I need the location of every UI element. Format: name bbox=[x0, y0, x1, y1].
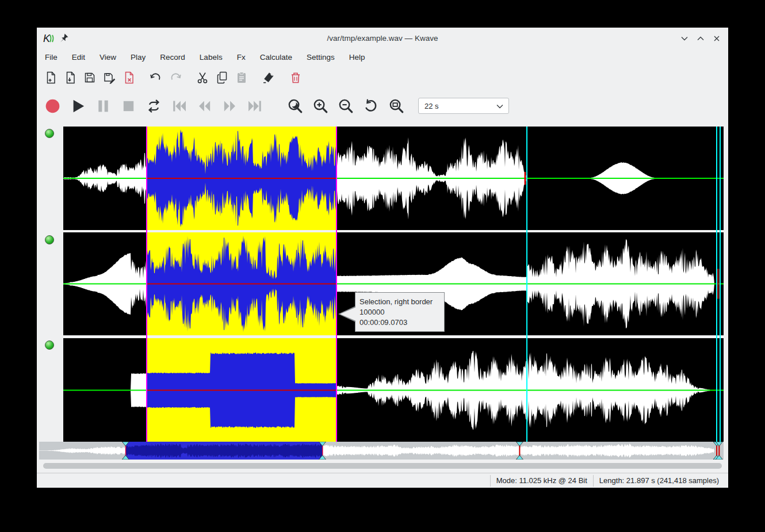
status-mode: Mode: 11.025 kHz @ 24 Bit bbox=[490, 475, 593, 487]
zoom-combo-value: 22 s bbox=[424, 102, 439, 110]
loop-icon bbox=[146, 98, 162, 114]
skip-forward-button[interactable] bbox=[247, 98, 263, 114]
label-line-3[interactable] bbox=[720, 127, 721, 442]
redo-button[interactable] bbox=[169, 71, 182, 85]
eraser-icon bbox=[262, 71, 276, 85]
menu-play[interactable]: Play bbox=[126, 51, 150, 63]
skip-forward-icon bbox=[247, 98, 263, 114]
save-file-as-button[interactable] bbox=[102, 71, 116, 85]
chevron-down-icon bbox=[496, 104, 503, 109]
minimize-button[interactable] bbox=[678, 32, 691, 45]
selection-left-border[interactable] bbox=[146, 127, 147, 442]
tooltip-time: 00:00:09.0703 bbox=[359, 317, 440, 328]
menu-edit[interactable]: Edit bbox=[67, 51, 90, 63]
undo-icon bbox=[149, 71, 163, 85]
menu-help[interactable]: Help bbox=[345, 51, 370, 63]
zoom-in-icon bbox=[312, 98, 329, 114]
pause-icon bbox=[95, 98, 112, 114]
zoom-out-icon bbox=[338, 98, 354, 114]
kwave-window: K /var/tmp/example.wav — Kwave FileEditV… bbox=[37, 28, 728, 488]
zoom-all-button[interactable] bbox=[388, 98, 405, 114]
stop-button[interactable] bbox=[120, 98, 137, 114]
titlebar: K /var/tmp/example.wav — Kwave bbox=[37, 28, 728, 49]
window-title: /var/tmp/example.wav — Kwave bbox=[37, 28, 728, 49]
signal-view bbox=[63, 127, 724, 442]
delete-icon bbox=[289, 71, 303, 85]
selection-right-border[interactable] bbox=[336, 127, 337, 442]
seek-backward-icon bbox=[196, 98, 213, 114]
track-3-view[interactable] bbox=[63, 338, 724, 442]
seek-forward-button[interactable] bbox=[221, 98, 238, 114]
label-line-1[interactable] bbox=[526, 127, 527, 442]
save-file-as-icon bbox=[102, 71, 116, 85]
open-file-button[interactable] bbox=[63, 71, 77, 85]
skip-backward-icon bbox=[171, 98, 188, 114]
zoom-revert-icon bbox=[363, 98, 380, 114]
status-length: Length: 21.897 s (241,418 samples) bbox=[593, 475, 725, 487]
overview-bar[interactable] bbox=[39, 442, 724, 460]
track-1-view[interactable] bbox=[63, 127, 724, 230]
maximize-button[interactable] bbox=[694, 32, 707, 45]
menu-fx[interactable]: Fx bbox=[232, 51, 250, 63]
record-button[interactable] bbox=[44, 98, 61, 114]
paste-button[interactable] bbox=[235, 71, 248, 85]
statusbar: Mode: 11.025 kHz @ 24 Bit Length: 21.897… bbox=[37, 473, 728, 488]
open-file-icon bbox=[63, 71, 77, 85]
eraser-button[interactable] bbox=[262, 71, 276, 85]
copy-icon bbox=[215, 71, 229, 85]
track-3-enable-led[interactable] bbox=[45, 340, 54, 350]
menu-view[interactable]: View bbox=[95, 51, 121, 63]
menu-calculate[interactable]: Calculate bbox=[255, 51, 297, 63]
zoom-all-icon bbox=[388, 98, 405, 114]
playback-toolbar: 22 s bbox=[37, 91, 728, 121]
zoom-revert-button[interactable] bbox=[363, 98, 380, 114]
close-file-icon bbox=[122, 71, 136, 85]
file-toolbar bbox=[37, 64, 728, 91]
cut-button[interactable] bbox=[196, 71, 209, 85]
save-file-button[interactable] bbox=[83, 71, 97, 85]
tooltip-title: Selection, right border bbox=[359, 297, 440, 307]
zoom-in-button[interactable] bbox=[312, 98, 329, 114]
selection-tooltip: Selection, right border 100000 00:00:09.… bbox=[355, 292, 445, 332]
new-file-icon bbox=[44, 71, 58, 85]
copy-button[interactable] bbox=[215, 71, 229, 85]
seek-backward-button[interactable] bbox=[196, 98, 213, 114]
zoom-selection-icon bbox=[287, 98, 304, 114]
skip-backward-button[interactable] bbox=[171, 98, 188, 114]
zoom-out-button[interactable] bbox=[338, 98, 354, 114]
close-file-button[interactable] bbox=[122, 71, 136, 85]
close-button[interactable] bbox=[710, 32, 724, 45]
menu-file[interactable]: File bbox=[40, 51, 62, 63]
tooltip-sample: 100000 bbox=[359, 307, 440, 317]
desktop-background: K /var/tmp/example.wav — Kwave FileEditV… bbox=[0, 0, 765, 532]
save-file-icon bbox=[83, 71, 97, 85]
menu-labels[interactable]: Labels bbox=[195, 51, 227, 63]
menu-record[interactable]: Record bbox=[155, 51, 190, 63]
loop-button[interactable] bbox=[146, 98, 162, 114]
play-button[interactable] bbox=[70, 98, 86, 114]
label-line-2[interactable] bbox=[716, 127, 717, 442]
seek-forward-icon bbox=[221, 98, 238, 114]
menubar: FileEditViewPlayRecordLabelsFxCalculateS… bbox=[37, 49, 728, 64]
redo-icon bbox=[169, 71, 182, 85]
track-2-enable-led[interactable] bbox=[45, 235, 54, 244]
undo-button[interactable] bbox=[149, 71, 163, 85]
zoom-selection-button[interactable] bbox=[287, 98, 304, 114]
paste-icon bbox=[235, 71, 248, 85]
delete-button[interactable] bbox=[289, 71, 303, 85]
cut-icon bbox=[196, 71, 209, 85]
play-icon bbox=[70, 98, 86, 114]
stop-icon bbox=[120, 98, 137, 114]
new-file-button[interactable] bbox=[44, 71, 58, 85]
zoom-duration-combobox[interactable]: 22 s bbox=[418, 98, 509, 114]
track-1-enable-led[interactable] bbox=[45, 129, 54, 138]
pause-button[interactable] bbox=[95, 98, 112, 114]
horizontal-scrollbar[interactable] bbox=[43, 463, 722, 469]
record-icon bbox=[44, 98, 61, 114]
menu-settings[interactable]: Settings bbox=[302, 51, 339, 63]
